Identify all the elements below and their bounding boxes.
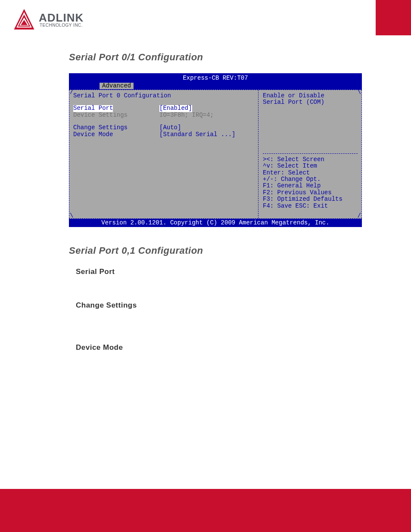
row-device-mode[interactable]: Device Mode [Standard Serial ...] bbox=[73, 131, 254, 138]
value-serial-port: [Enabled] bbox=[159, 105, 192, 112]
adlink-logo-icon bbox=[12, 8, 36, 32]
row-change-settings[interactable]: Change Settings [Auto] bbox=[73, 124, 254, 131]
brand-name: ADLINK bbox=[39, 12, 84, 23]
nav-hint: F2: Previous Values bbox=[263, 190, 358, 196]
nav-hint: +/-: Change Opt. bbox=[263, 176, 358, 183]
row-device-settings: Device Settings IO=3F8h; IRQ=4; bbox=[73, 112, 254, 118]
header-accent-block bbox=[376, 0, 411, 35]
logo: ADLINK TECHNOLOGY INC. bbox=[12, 8, 84, 32]
label-serial-port: Serial Port bbox=[73, 105, 113, 112]
nav-hint: Enter: Select bbox=[263, 170, 358, 176]
row-serial-port[interactable]: Serial Port [Enabled] bbox=[73, 105, 254, 112]
footer-accent-block bbox=[0, 489, 411, 532]
label-device-settings: Device Settings bbox=[73, 112, 159, 118]
tab-advanced[interactable]: Advanced bbox=[99, 82, 134, 90]
option-serial-port: Serial Port bbox=[76, 268, 359, 276]
nav-hint: F4: Save ESC: Exit bbox=[263, 203, 358, 209]
help-text-1: Enable or Disable bbox=[263, 93, 358, 99]
bios-titlebar: Express-CB REV:T07 Advanced bbox=[69, 73, 362, 90]
bios-tabbar: Advanced bbox=[99, 82, 134, 90]
page-content: Serial Port 0/1 Configuration Express-CB… bbox=[69, 52, 359, 377]
label-change-settings: Change Settings bbox=[73, 124, 159, 131]
option-change-settings: Change Settings bbox=[76, 301, 359, 310]
divider bbox=[263, 153, 358, 154]
option-device-mode: Device Mode bbox=[76, 343, 359, 352]
section-heading-2: Serial Port 0,1 Configuration bbox=[69, 245, 359, 256]
value-device-settings: IO=3F8h; IRQ=4; bbox=[159, 112, 254, 118]
bios-body: / \ \ / Serial Port 0 Configuration Seri… bbox=[69, 90, 362, 219]
bios-right-pane: Enable or Disable Serial Port (COM) ><: … bbox=[258, 90, 362, 218]
bios-section-title: Serial Port 0 Configuration bbox=[73, 93, 254, 99]
nav-hint: ><: Select Screen bbox=[263, 156, 358, 163]
bios-title: Express-CB REV:T07 bbox=[69, 74, 362, 81]
nav-hint: ^v: Select Item bbox=[263, 163, 358, 169]
label-device-mode: Device Mode bbox=[73, 131, 159, 138]
nav-hint: F3: Optimized Defaults bbox=[263, 196, 358, 202]
value-device-mode: [Standard Serial ...] bbox=[159, 131, 254, 138]
brand-sub: TECHNOLOGY INC. bbox=[40, 23, 84, 28]
value-change-settings: [Auto] bbox=[159, 124, 254, 131]
section-heading-1: Serial Port 0/1 Configuration bbox=[69, 52, 359, 63]
bios-screenshot: Express-CB REV:T07 Advanced / \ \ / Seri… bbox=[69, 73, 362, 227]
bios-left-pane: Serial Port 0 Configuration Serial Port … bbox=[69, 90, 258, 218]
help-text-2: Serial Port (COM) bbox=[263, 99, 358, 106]
nav-hint: F1: General Help bbox=[263, 183, 358, 189]
bios-footer: Version 2.00.1201. Copyright (C) 2009 Am… bbox=[69, 219, 362, 227]
